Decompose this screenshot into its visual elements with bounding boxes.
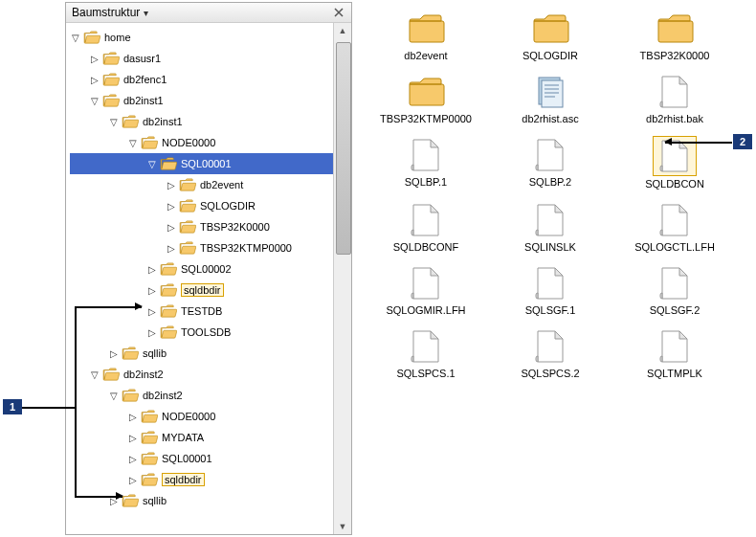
expand-toggle-icon[interactable]: ▷ [89,54,100,64]
tree-node[interactable]: ▷sqldbdir [70,469,333,490]
tree-node-label: SQLOGDIR [200,200,261,212]
folder-icon [102,52,120,65]
expand-toggle-icon[interactable]: ▷ [146,306,158,317]
expand-toggle-icon[interactable]: ▷ [166,243,177,254]
tree-node[interactable]: ▽home [70,27,333,48]
content-item[interactable]: SQLSGF.2 [612,264,737,316]
tree-node-label: sqldbdir [162,473,205,486]
file-icon [529,327,571,366]
tree-node-label: MYDATA [162,432,210,443]
expand-toggle-icon[interactable]: ▷ [166,222,177,233]
expand-toggle-icon[interactable]: ▽ [146,159,158,169]
file-icon [654,201,696,239]
content-item[interactable]: SQLINSLK [488,201,612,253]
content-item[interactable]: SQLBP.2 [488,136,612,190]
content-item-label: SQLSPCS.1 [396,368,455,379]
content-item[interactable]: SQLBP.1 [364,136,488,190]
tree-node[interactable]: ▷dasusr1 [70,48,333,69]
expand-toggle-icon[interactable]: ▷ [127,454,139,464]
expand-toggle-icon[interactable]: ▽ [89,96,100,106]
content-item[interactable]: SQLSGF.1 [488,264,612,316]
folder-icon [160,325,177,339]
tree[interactable]: ▽home▷dasusr1▷db2fenc1▽db2inst1▽db2inst1… [66,23,333,534]
panel-title: Baumstruktur [72,6,140,19]
tree-node[interactable]: ▷sqldbdir [70,280,333,301]
content-item[interactable]: SQLSPCS.2 [488,327,612,379]
expand-toggle-icon[interactable]: ▷ [166,201,177,212]
expand-toggle-icon[interactable]: ▷ [108,348,120,359]
content-item[interactable]: SQLOGCTL.LFH [612,201,737,253]
tree-node[interactable]: ▽NODE0000 [70,132,333,153]
tree-node[interactable]: ▽db2inst1 [70,90,333,111]
folder-icon [141,473,158,486]
folder-icon [160,304,177,318]
content-item[interactable]: TBSP32KTMP0000 [364,73,488,124]
tree-node[interactable]: ▷TOOLSDB [70,322,333,343]
tree-node[interactable]: ▷db2fenc1 [70,69,333,90]
content-item[interactable]: SQLOGMIR.LFH [364,264,488,316]
content-item-label: db2rhist.bak [646,113,703,124]
tree-node[interactable]: ▽db2inst2 [70,364,333,385]
expand-toggle-icon[interactable]: ▽ [108,117,120,127]
folder-icon [160,283,177,297]
tree-node[interactable]: ▷db2event [70,174,333,195]
tree-node-label: sqldbdir [181,283,224,297]
expand-toggle-icon[interactable]: ▷ [146,327,158,338]
tree-node[interactable]: ▷SQL00001 [70,448,333,469]
file-icon [405,264,447,302]
content-item[interactable]: db2rhist.asc [488,73,612,124]
content-item[interactable]: SQLSPCS.1 [364,327,488,379]
tree-node[interactable]: ▷TBSP32KTMP0000 [70,237,333,258]
tree-panel: Baumstruktur ▾ ▽home▷dasusr1▷db2fenc1▽db… [65,2,352,535]
tree-node-label: dasusr1 [123,53,167,64]
tree-node-label: TBSP32KTMP0000 [200,242,298,254]
tree-node[interactable]: ▽db2inst1 [70,111,333,132]
expand-toggle-icon[interactable]: ▷ [127,412,139,422]
tree-node-label: db2inst1 [143,116,189,127]
folder-icon [179,178,196,191]
expand-toggle-icon[interactable]: ▷ [127,433,139,443]
scroll-up-icon[interactable]: ▲ [334,23,351,38]
folder-icon [141,136,158,149]
tree-node[interactable]: ▷SQLOGDIR [70,195,333,216]
scroll-thumb[interactable] [336,42,351,255]
expand-toggle-icon[interactable]: ▽ [70,33,81,43]
tree-node[interactable]: ▷SQL00002 [70,258,333,280]
content-item[interactable]: SQLOGDIR [488,10,612,61]
expand-toggle-icon[interactable]: ▽ [127,138,139,148]
tree-node[interactable]: ▷sqllib [70,490,333,511]
tree-node-label: sqllib [143,495,172,506]
content-item[interactable]: SQLTMPLK [612,327,737,379]
tree-node[interactable]: ▷NODE0000 [70,406,333,427]
expand-toggle-icon[interactable]: ▷ [146,264,158,275]
tree-node[interactable]: ▷TESTDB [70,301,333,322]
expand-toggle-icon[interactable]: ▷ [146,285,158,296]
file-icon [654,73,696,111]
tree-node-label: NODE0000 [162,137,221,148]
folder-icon [122,494,139,507]
expand-toggle-icon[interactable]: ▽ [89,369,100,380]
content-item[interactable]: SQLDBCONF [364,201,488,253]
content-item[interactable]: SQLDBCON [612,136,737,190]
close-icon[interactable] [332,6,345,19]
expand-toggle-icon[interactable]: ▷ [89,75,100,85]
content-item[interactable]: TBSP32K0000 [612,10,737,61]
tree-node[interactable]: ▽SQL00001 [70,153,333,174]
content-item[interactable]: db2rhist.bak [612,73,737,124]
scroll-down-icon[interactable]: ▼ [334,519,351,534]
tree-node-label: TOOLSDB [181,326,236,338]
tree-node[interactable]: ▷MYDATA [70,427,333,448]
vertical-scrollbar[interactable]: ▲ ▼ [333,23,351,534]
tree-node[interactable]: ▷sqllib [70,343,333,364]
tree-node[interactable]: ▷TBSP32K0000 [70,216,333,237]
content-item[interactable]: db2event [364,10,488,61]
file-icon [529,264,571,302]
expand-toggle-icon[interactable]: ▷ [127,475,139,485]
dropdown-icon[interactable]: ▾ [144,8,148,18]
expand-toggle-icon[interactable]: ▷ [166,180,177,190]
expand-toggle-icon[interactable]: ▽ [108,391,120,401]
tree-node-label: db2event [200,179,249,190]
folder-icon [122,115,139,128]
folder-closed-icon [529,10,571,48]
tree-node[interactable]: ▽db2inst2 [70,385,333,406]
